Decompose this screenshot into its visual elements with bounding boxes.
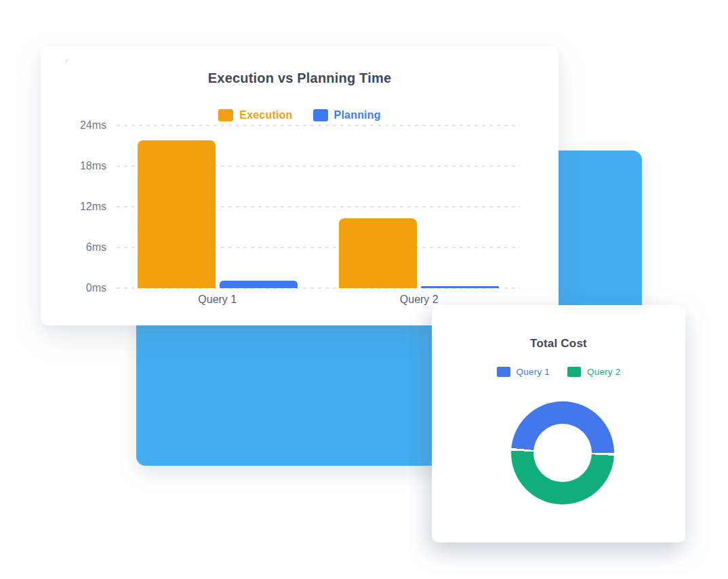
gridline: [117, 125, 520, 126]
bar-plot-area: Query 1Query 2: [117, 125, 520, 288]
legend-item-planning[interactable]: Planning: [313, 109, 381, 121]
donut-hole: [533, 424, 592, 482]
x-axis-category-label: Query 1: [150, 294, 285, 306]
y-axis-tick-label: 6ms: [41, 241, 106, 254]
dashboard-canvas: Execution vs Planning Time Execution Pla…: [0, 0, 728, 579]
pie-chart-card: Total Cost Query 1 Query 2: [432, 305, 685, 542]
y-axis-tick-label: 18ms: [41, 159, 106, 173]
bar-execution-query-2: [339, 218, 417, 288]
legend-label-planning: Planning: [334, 109, 381, 121]
execution-swatch-icon: [218, 109, 233, 121]
bar-chart-card: Execution vs Planning Time Execution Pla…: [41, 46, 559, 325]
legend-item-execution[interactable]: Execution: [218, 109, 292, 121]
donut-chart: [511, 401, 614, 504]
planning-swatch-icon: [313, 109, 328, 121]
query-1-swatch-icon: [497, 367, 510, 377]
bar-execution-query-1: [138, 140, 216, 288]
legend-item-query-2[interactable]: Query 2: [567, 367, 620, 377]
y-axis-tick-label: 0ms: [41, 281, 106, 295]
bar-chart-legend: Execution Planning: [41, 109, 559, 121]
legend-label-query-2: Query 2: [587, 367, 620, 377]
bar-planning-query-1: [220, 281, 298, 288]
bar-y-axis: 0ms6ms12ms18ms24ms: [41, 46, 106, 325]
pie-chart-title: Total Cost: [432, 337, 685, 351]
legend-item-query-1[interactable]: Query 1: [497, 367, 550, 377]
legend-label-query-1: Query 1: [517, 367, 550, 377]
y-axis-tick-label: 12ms: [41, 200, 106, 214]
bar-chart-title: Execution vs Planning Time: [41, 71, 559, 86]
legend-label-execution: Execution: [239, 109, 292, 121]
x-axis-category-label: Query 2: [351, 294, 487, 306]
query-2-swatch-icon: [567, 367, 581, 377]
pie-chart-legend: Query 1 Query 2: [432, 367, 685, 377]
y-axis-tick-label: 24ms: [41, 119, 106, 132]
bar-planning-query-2: [421, 286, 499, 288]
